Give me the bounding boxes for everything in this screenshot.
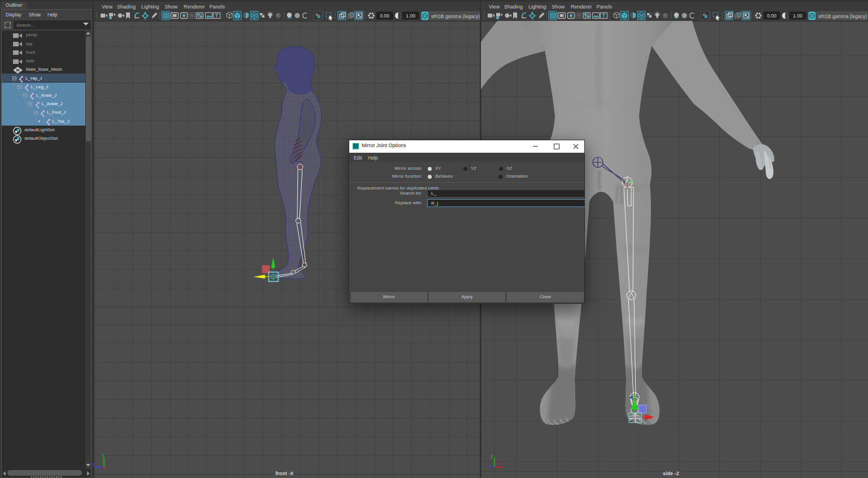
svg-text:0.00: 0.00 xyxy=(767,13,777,19)
svg-text:sRGB gamma (legacy): sRGB gamma (legacy) xyxy=(431,14,480,19)
svg-text:y: y xyxy=(102,452,105,458)
svg-text:sRGB gamma (legacy): sRGB gamma (legacy) xyxy=(818,14,867,19)
svg-text:y: y xyxy=(491,453,493,458)
svg-text:1.00: 1.00 xyxy=(406,13,415,19)
svg-text:x: x xyxy=(499,460,502,466)
svg-text:1.00: 1.00 xyxy=(793,13,802,19)
svg-text:z: z xyxy=(93,462,96,467)
svg-text:ON: ON xyxy=(810,15,814,18)
svg-text:z: z xyxy=(489,463,492,469)
svg-text:0.00: 0.00 xyxy=(380,13,390,19)
svg-text:ON: ON xyxy=(423,15,427,18)
